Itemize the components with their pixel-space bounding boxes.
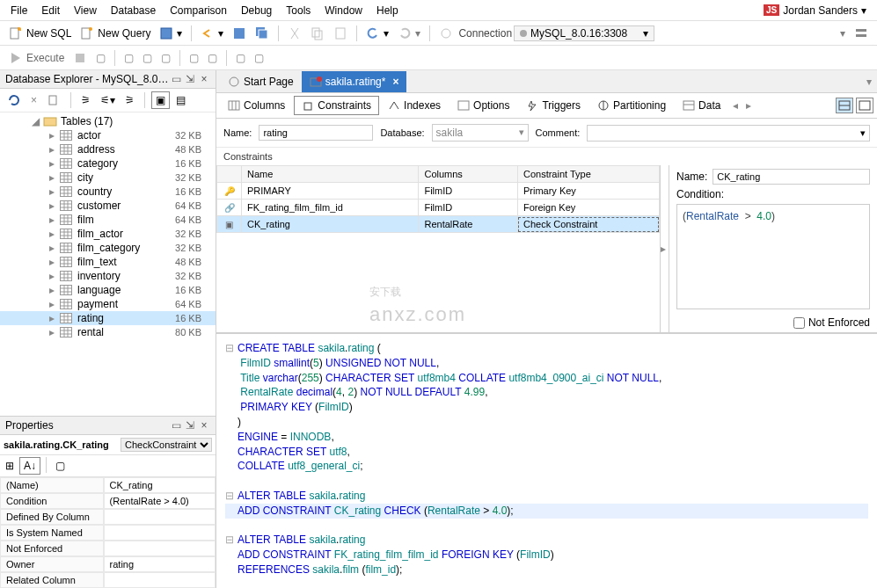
- filter3-icon[interactable]: ⚞: [121, 92, 138, 108]
- tb-btn-7[interactable]: ▢: [232, 50, 249, 66]
- table-row-rating[interactable]: ▸rating16 KB: [0, 311, 216, 325]
- window-icon[interactable]: ▭: [170, 73, 182, 85]
- designer-tab-indexes[interactable]: Indexes: [380, 96, 449, 115]
- alpha-icon[interactable]: A↓: [19, 457, 40, 475]
- tab-sakila-rating[interactable]: sakila.rating* ×: [302, 71, 407, 92]
- table-row-payment[interactable]: ▸payment64 KB: [0, 297, 216, 311]
- designer-tab-triggers[interactable]: Triggers: [518, 96, 588, 115]
- table-row-inventory[interactable]: ▸inventory32 KB: [0, 269, 216, 283]
- table-row-film_category[interactable]: ▸film_category32 KB: [0, 241, 216, 255]
- window-icon[interactable]: ▭: [170, 419, 182, 432]
- condition-editor[interactable]: (RentalRate > 4.0): [676, 204, 870, 309]
- close-icon[interactable]: ×: [198, 73, 210, 85]
- filter1-icon[interactable]: ⚞: [77, 92, 94, 108]
- designer-tab-options[interactable]: Options: [449, 96, 517, 115]
- table-row-rental[interactable]: ▸rental80 KB: [0, 325, 216, 339]
- not-enforced-checkbox[interactable]: [793, 317, 805, 329]
- save-dropdown[interactable]: ▾: [156, 25, 186, 42]
- table-row-film_text[interactable]: ▸film_text48 KB: [0, 255, 216, 269]
- tb-btn-3[interactable]: ▢: [139, 50, 156, 66]
- table-tree[interactable]: ◢ Tables (17) ▸actor32 KB▸address48 KB▸c…: [0, 113, 216, 416]
- designer-tab-columns[interactable]: Columns: [220, 96, 293, 115]
- menu-view[interactable]: View: [67, 3, 104, 18]
- prop-icon[interactable]: ▢: [52, 457, 69, 475]
- view-mode-icon[interactable]: ▣: [151, 91, 170, 109]
- categorized-icon[interactable]: ⊞: [2, 457, 18, 475]
- close-icon[interactable]: ×: [198, 419, 210, 432]
- copy-button[interactable]: [307, 25, 328, 42]
- paste-button[interactable]: [330, 25, 351, 42]
- collapse-icon[interactable]: ▤: [172, 92, 189, 108]
- database-combo[interactable]: sakila▾: [432, 124, 529, 142]
- unlink-button[interactable]: [435, 25, 457, 42]
- tb-btn-5[interactable]: ▢: [186, 50, 202, 66]
- menu-debug[interactable]: Debug: [234, 3, 279, 18]
- tables-folder[interactable]: ◢ Tables (17): [0, 114, 216, 128]
- refresh-icon[interactable]: [4, 91, 25, 109]
- save-all-button[interactable]: [252, 25, 273, 42]
- expand-icon[interactable]: ▸: [661, 165, 669, 332]
- menu-edit[interactable]: Edit: [34, 3, 67, 18]
- execute-button[interactable]: Execute: [5, 49, 68, 67]
- comment-combo[interactable]: ▾: [587, 125, 870, 142]
- tb-btn-4[interactable]: ▢: [157, 50, 174, 66]
- stop-button[interactable]: [69, 49, 91, 67]
- menu-tools[interactable]: Tools: [279, 3, 318, 18]
- settings-icon[interactable]: [851, 25, 872, 42]
- close-tab-icon[interactable]: ×: [392, 76, 398, 88]
- table-row-film[interactable]: ▸film64 KB: [0, 213, 216, 227]
- scroll-right-icon[interactable]: ▸: [742, 99, 755, 112]
- split-view-button[interactable]: [836, 98, 853, 113]
- undo2-button[interactable]: ▾: [362, 25, 392, 42]
- tb-btn-2[interactable]: ▢: [121, 50, 137, 66]
- designer-tab-partitioning[interactable]: Partitioning: [589, 96, 674, 115]
- constraint-row-CK_rating[interactable]: ▣CK_ratingRentalRateCheck Constraint: [217, 216, 660, 233]
- constraint-row-PRIMARY[interactable]: 🔑PRIMARYFilmIDPrimary Key: [217, 183, 660, 200]
- property-row[interactable]: (Name)CK_rating: [0, 477, 216, 493]
- new-sql-button[interactable]: New SQL: [5, 25, 75, 42]
- menu-file[interactable]: File: [4, 3, 34, 18]
- table-row-film_actor[interactable]: ▸film_actor32 KB: [0, 227, 216, 241]
- pin-icon[interactable]: ⇲: [184, 419, 196, 432]
- menu-help[interactable]: Help: [369, 3, 406, 18]
- connection-picker[interactable]: MySQL_8.0.16:3308▾: [514, 25, 654, 41]
- pin-icon[interactable]: ⇲: [184, 73, 196, 85]
- tb-btn-8[interactable]: ▢: [251, 50, 267, 66]
- tabs-dropdown-icon[interactable]: ▾: [861, 76, 877, 88]
- tb-btn-6[interactable]: ▢: [204, 50, 221, 66]
- redo-button[interactable]: ▾: [394, 25, 424, 42]
- table-row-language[interactable]: ▸language16 KB: [0, 283, 216, 297]
- tab-start-page[interactable]: Start Page: [220, 71, 302, 92]
- property-row[interactable]: Not Enforced: [0, 541, 216, 556]
- single-view-button[interactable]: [856, 98, 873, 113]
- delete-icon[interactable]: ×: [27, 92, 40, 108]
- property-row[interactable]: Condition(RentalRate > 4.0): [0, 493, 216, 509]
- cons-name-input[interactable]: [713, 169, 870, 185]
- sql-preview[interactable]: ⊟CREATE TABLE sakila.rating ( FilmID sma…: [216, 333, 877, 588]
- save-button[interactable]: [229, 25, 250, 42]
- designer-tab-constraints[interactable]: Constraints: [294, 96, 379, 115]
- property-row[interactable]: Defined By Column: [0, 509, 216, 525]
- property-row[interactable]: Ownerrating: [0, 556, 216, 572]
- constraints-table[interactable]: NameColumnsConstraint Type🔑PRIMARYFilmID…: [216, 165, 661, 332]
- undo-button[interactable]: ▾: [197, 25, 227, 42]
- scroll-left-icon[interactable]: ◂: [729, 99, 742, 112]
- new-query-button[interactable]: New Query: [77, 25, 154, 42]
- table-row-country[interactable]: ▸country16 KB: [0, 185, 216, 199]
- property-row[interactable]: Is System Named: [0, 525, 216, 541]
- tb-btn-1[interactable]: ▢: [92, 50, 109, 66]
- user-area[interactable]: JS Jordan Sanders ▾: [764, 4, 873, 17]
- table-row-actor[interactable]: ▸actor32 KB: [0, 128, 216, 142]
- menu-window[interactable]: Window: [318, 3, 369, 18]
- table-row-city[interactable]: ▸city32 KB: [0, 171, 216, 185]
- cut-button[interactable]: [284, 25, 305, 42]
- copy2-icon[interactable]: [43, 91, 64, 109]
- table-row-customer[interactable]: ▸customer64 KB: [0, 199, 216, 213]
- property-type-select[interactable]: CheckConstraint: [121, 438, 212, 452]
- constraint-row-FK_rating_film_film_id[interactable]: 🔗FK_rating_film_film_idFilmIDForeign Key: [217, 200, 660, 216]
- table-row-address[interactable]: ▸address48 KB: [0, 142, 216, 156]
- menu-database[interactable]: Database: [104, 3, 163, 18]
- filter2-icon[interactable]: ⚟▾: [97, 92, 119, 108]
- table-row-category[interactable]: ▸category16 KB: [0, 156, 216, 171]
- dropdown-icon[interactable]: ▾: [837, 25, 849, 41]
